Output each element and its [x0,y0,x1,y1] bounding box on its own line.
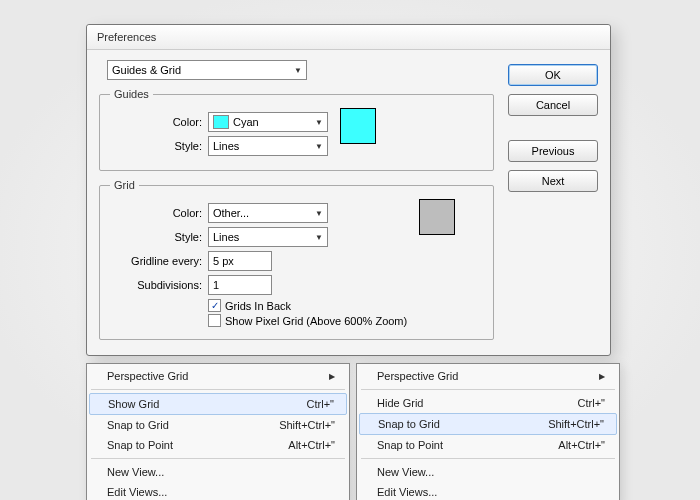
chevron-down-icon: ▼ [315,233,323,242]
preferences-dialog: Preferences Guides & Grid ▼ Guides Color… [86,24,611,356]
grid-group: Grid Color: Other... ▼ Style: [99,179,494,340]
dialog-title: Preferences [87,25,610,50]
menu-item-perspective-grid[interactable]: Perspective Grid ▶ [357,366,619,386]
grid-style-select[interactable]: Lines ▼ [208,227,328,247]
menu-separator [91,389,345,390]
guides-style-label: Style: [110,140,202,152]
menu-separator [361,389,615,390]
guides-color-swatch[interactable] [340,108,376,144]
chevron-down-icon: ▼ [315,142,323,151]
grid-style-label: Style: [110,231,202,243]
menu-item-perspective-grid[interactable]: Perspective Grid ▶ [87,366,349,386]
gridline-every-label: Gridline every: [110,255,202,267]
menu-shortcut: Shift+Ctrl+" [279,419,335,431]
menu-item-snap-to-grid[interactable]: Snap to Grid Shift+Ctrl+" [359,413,617,435]
previous-button[interactable]: Previous [508,140,598,162]
menu-item-hide-grid[interactable]: Hide Grid Ctrl+" [357,393,619,413]
guides-legend: Guides [110,88,153,100]
guides-color-chip [213,115,229,129]
menu-item-snap-to-point[interactable]: Snap to Point Alt+Ctrl+" [87,435,349,455]
menu-item-new-view[interactable]: New View... [357,462,619,482]
submenu-arrow-icon: ▶ [329,372,335,381]
guides-color-value: Cyan [233,116,259,128]
ok-button[interactable]: OK [508,64,598,86]
cancel-button[interactable]: Cancel [508,94,598,116]
grid-color-value: Other... [213,207,249,219]
menu-shortcut: Shift+Ctrl+" [548,418,604,430]
menu-item-snap-to-point[interactable]: Snap to Point Alt+Ctrl+" [357,435,619,455]
guides-style-select[interactable]: Lines ▼ [208,136,328,156]
grid-color-select[interactable]: Other... ▼ [208,203,328,223]
menu-separator [91,458,345,459]
menu-shortcut: Alt+Ctrl+" [558,439,605,451]
grids-in-back-label: Grids In Back [225,300,291,312]
menu-item-snap-to-grid[interactable]: Snap to Grid Shift+Ctrl+" [87,415,349,435]
submenu-arrow-icon: ▶ [599,372,605,381]
subdivisions-label: Subdivisions: [110,279,202,291]
grids-in-back-checkbox[interactable]: ✓ [208,299,221,312]
guides-color-select[interactable]: Cyan ▼ [208,112,328,132]
chevron-down-icon: ▼ [294,66,302,75]
subdivisions-input[interactable]: 1 [208,275,272,295]
menu-item-new-view[interactable]: New View... [87,462,349,482]
menu-item-edit-views[interactable]: Edit Views... [357,482,619,500]
category-value: Guides & Grid [112,64,181,76]
grid-style-value: Lines [213,231,239,243]
menu-shortcut: Alt+Ctrl+" [288,439,335,451]
menu-shortcut: Ctrl+" [307,398,334,410]
chevron-down-icon: ▼ [315,118,323,127]
menu-separator [361,458,615,459]
menu-item-show-grid[interactable]: Show Grid Ctrl+" [89,393,347,415]
category-select[interactable]: Guides & Grid ▼ [107,60,307,80]
view-menu-right: Perspective Grid ▶ Hide Grid Ctrl+" Snap… [356,363,620,500]
chevron-down-icon: ▼ [315,209,323,218]
show-pixel-grid-label: Show Pixel Grid (Above 600% Zoom) [225,315,407,327]
grid-color-swatch[interactable] [419,199,455,235]
gridline-every-input[interactable]: 5 px [208,251,272,271]
menu-item-edit-views[interactable]: Edit Views... [87,482,349,500]
next-button[interactable]: Next [508,170,598,192]
guides-group: Guides Color: Cyan ▼ [99,88,494,171]
grid-color-label: Color: [110,207,202,219]
menu-shortcut: Ctrl+" [578,397,605,409]
view-menu-left: Perspective Grid ▶ Show Grid Ctrl+" Snap… [86,363,350,500]
guides-style-value: Lines [213,140,239,152]
grid-legend: Grid [110,179,139,191]
guides-color-label: Color: [110,116,202,128]
show-pixel-grid-checkbox[interactable] [208,314,221,327]
